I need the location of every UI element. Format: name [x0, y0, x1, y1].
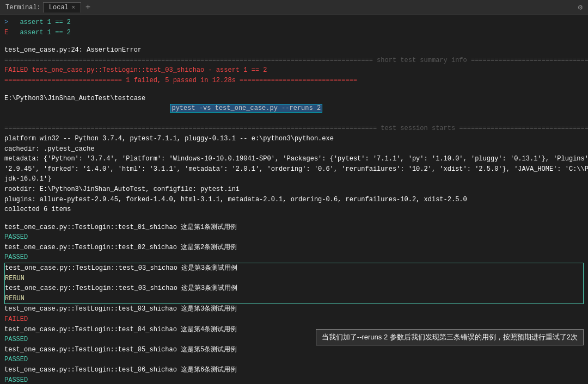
- test3c-line: test_one_case.py::TestLogin::test_03_shi…: [4, 304, 584, 314]
- test5-text: test_one_case.py::TestLogin::test_05_shi…: [4, 345, 237, 355]
- path-text: E:\Python3\JinShan_AutoTest\testcase: [4, 94, 145, 104]
- terminal-tabs: Terminal: Local × +: [5, 2, 93, 13]
- metadata-text2: '2.9.45', 'forked': '1.4.0', 'html': '3.…: [4, 164, 588, 175]
- terminal-header: Terminal: Local × + ⚙: [0, 0, 588, 15]
- command-highlight-wrap: pytest -vs test_one_case.py --reruns 2: [146, 94, 322, 124]
- assert-line-1: assert 1 == 2: [12, 17, 71, 28]
- metadata-line3: jdk-16.0.1'}: [4, 174, 584, 184]
- platform-line: platform win32 -- Python 3.7.4, pytest-7…: [4, 134, 584, 144]
- terminal-label: Terminal:: [5, 4, 41, 11]
- new-tab-button[interactable]: +: [83, 3, 93, 13]
- test4-passed: PASSED: [4, 335, 28, 345]
- test1-status: PASSED: [4, 232, 584, 243]
- test3c-text: test_one_case.py::TestLogin::test_03_shi…: [4, 304, 237, 314]
- test6-text: test_one_case.py::TestLogin::test_06_shi…: [4, 365, 237, 375]
- test4-status: PASSED: [4, 335, 299, 345]
- test6-passed: PASSED: [4, 375, 28, 384]
- divider-summary: ========================================…: [4, 55, 584, 66]
- plugins-text: plugins: allure-pytest-2.9.45, forked-1.…: [4, 195, 467, 205]
- tab-label: Local: [49, 4, 69, 11]
- terminal-body: > assert 1 == 2 E assert 1 == 2 test_one…: [0, 15, 588, 384]
- gear-icon[interactable]: ⚙: [578, 3, 583, 12]
- test5-passed: PASSED: [4, 355, 28, 365]
- test1-passed: PASSED: [4, 232, 28, 243]
- plugins-line: plugins: allure-pytest-2.9.45, forked-1.…: [4, 195, 584, 205]
- test6-line: test_one_case.py::TestLogin::test_06_shi…: [4, 365, 299, 375]
- cachedir-line: cachedir: .pytest_cache: [4, 144, 584, 154]
- collected-line: collected 6 items: [4, 205, 584, 215]
- metadata-line1: metadata: {'Python': '3.7.4', 'Platform'…: [4, 154, 584, 164]
- test3-block: test_one_case.py::TestLogin::test_03_shi…: [4, 263, 584, 304]
- test1-text: test_one_case.py::TestLogin::test_01_shi…: [4, 222, 237, 233]
- divider-session: ========================================…: [4, 123, 584, 134]
- test3a-rerun: RERUN: [5, 274, 24, 284]
- divider-result: ============================== 1 failed,…: [4, 76, 584, 86]
- test3a-line: test_one_case.py::TestLogin::test_03_shi…: [5, 263, 583, 274]
- test6-status: PASSED: [4, 375, 299, 384]
- test3c-status: FAILED: [4, 314, 584, 325]
- test4-line: test_one_case.py::TestLogin::test_04_shi…: [4, 325, 299, 335]
- test4-text: test_one_case.py::TestLogin::test_04_shi…: [4, 325, 237, 335]
- metadata-line2: '2.9.45', 'forked': '1.4.0', 'html': '3.…: [4, 164, 584, 175]
- rootdir-text: rootdir: E:\Python3\JinShan_AutoTest, co…: [4, 184, 240, 195]
- close-icon[interactable]: ×: [72, 5, 75, 11]
- prompt-prefix-e: E: [4, 28, 12, 38]
- failed-line: FAILED test_one_case.py::TestLogin::test…: [4, 65, 584, 76]
- prompt-prefix-1: >: [4, 17, 12, 28]
- command-text: pytest -vs test_one_case.py --reruns 2: [170, 104, 322, 113]
- annotation-box: 当我们加了--reruns 2 参数后我们发现第三条错误的用例，按照预期进行重试…: [316, 329, 584, 345]
- metadata-text3: jdk-16.0.1'}: [4, 174, 51, 184]
- assertion-error-text: test_one_case.py:24: AssertionError: [4, 45, 142, 55]
- test2-status: PASSED: [4, 252, 584, 263]
- assertion-error-line: test_one_case.py:24: AssertionError: [4, 45, 584, 55]
- command-line: E:\Python3\JinShan_AutoTest\testcase pyt…: [4, 94, 584, 124]
- terminal-tab-local[interactable]: Local ×: [43, 2, 81, 13]
- prompt-line-2: E assert 1 == 2: [4, 28, 584, 38]
- test5-line: test_one_case.py::TestLogin::test_05_shi…: [4, 345, 299, 355]
- platform-text: platform win32 -- Python 3.7.4, pytest-7…: [4, 134, 334, 144]
- metadata-text1: metadata: {'Python': '3.7.4', 'Platform'…: [4, 154, 588, 164]
- test3c-failed: FAILED: [4, 314, 28, 325]
- assert-line-2: assert 1 == 2: [12, 28, 71, 38]
- test3a-text: test_one_case.py::TestLogin::test_03_shi…: [5, 263, 237, 274]
- test5-status: PASSED: [4, 355, 299, 365]
- test2-passed: PASSED: [4, 252, 28, 263]
- rootdir-line: rootdir: E:\Python3\JinShan_AutoTest, co…: [4, 184, 584, 195]
- test3a-status: RERUN: [5, 274, 583, 284]
- test3b-status: RERUN: [5, 294, 583, 304]
- test4-row: test_one_case.py::TestLogin::test_04_shi…: [4, 325, 584, 384]
- test2-text: test_one_case.py::TestLogin::test_02_shi…: [4, 243, 237, 253]
- prompt-line-1: > assert 1 == 2: [4, 17, 584, 28]
- test2-line: test_one_case.py::TestLogin::test_02_shi…: [4, 243, 584, 253]
- failed-text: FAILED test_one_case.py::TestLogin::test…: [4, 65, 267, 76]
- annotation-container: 当我们加了--reruns 2 参数后我们发现第三条错误的用例，按照预期进行重试…: [316, 329, 584, 345]
- test4-block: test_one_case.py::TestLogin::test_04_shi…: [4, 325, 299, 384]
- test3b-line: test_one_case.py::TestLogin::test_03_shi…: [5, 283, 583, 294]
- test1-line: test_one_case.py::TestLogin::test_01_shi…: [4, 222, 584, 233]
- test3b-text: test_one_case.py::TestLogin::test_03_shi…: [5, 283, 237, 294]
- annotation-text: 当我们加了--reruns 2 参数后我们发现第三条错误的用例，按照预期进行重试…: [322, 333, 578, 341]
- cachedir-text: cachedir: .pytest_cache: [4, 144, 95, 154]
- test3b-rerun: RERUN: [5, 294, 24, 304]
- collected-text: collected 6 items: [4, 205, 71, 215]
